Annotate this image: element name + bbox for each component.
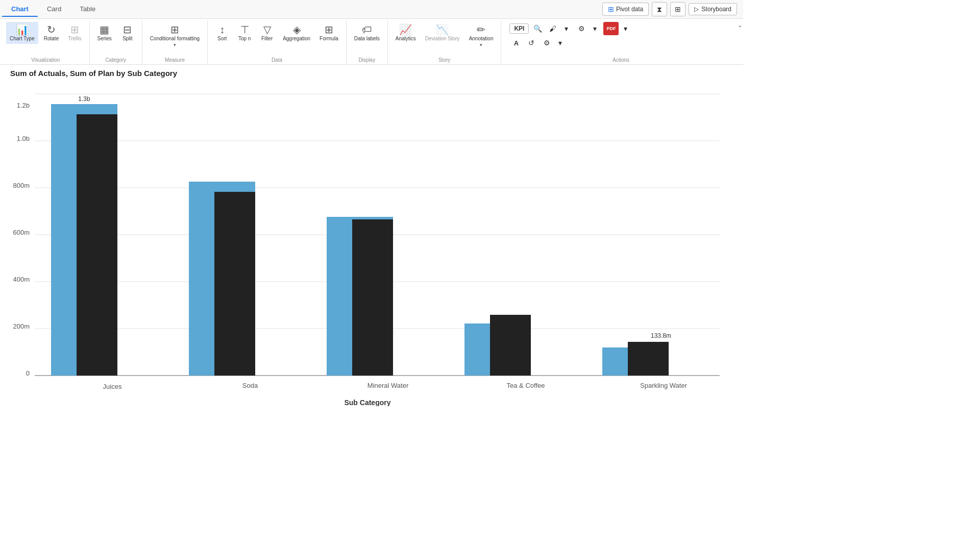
analytics-button[interactable]: 📈 Analytics — [392, 22, 420, 44]
cog-dropdown[interactable]: ▾ — [553, 37, 567, 48]
rotate-icon: ↻ — [47, 24, 56, 35]
actions-label: Actions — [509, 56, 732, 64]
series-icon: ▦ — [100, 24, 109, 35]
storyboard-button[interactable]: ▷ Storyboard — [689, 3, 737, 15]
top-n-icon: ⊤ — [240, 24, 249, 35]
filter-icon: ⧗ — [657, 5, 662, 14]
paint-dropdown[interactable]: ▾ — [559, 23, 573, 34]
paint-button[interactable]: 🖌 — [546, 23, 559, 34]
split-button[interactable]: ⊟ Split — [117, 22, 138, 44]
filter-button[interactable]: ▽ Filter — [257, 22, 277, 44]
paint-icon: 🖌 — [549, 24, 556, 33]
sort-button[interactable]: ↕ Sort — [212, 22, 232, 44]
display-group: 🏷 Data labels Display — [347, 21, 388, 64]
search-icon: 🔍 — [533, 24, 542, 33]
aggregation-label: Aggregation — [283, 36, 310, 41]
filter-ribbon-icon: ▽ — [263, 24, 271, 35]
water-plan-bar — [352, 219, 393, 376]
series-label: Series — [97, 36, 112, 41]
trellis-button[interactable]: ⊞ Trellis — [64, 22, 85, 44]
pdf-dropdown[interactable]: ▾ — [619, 23, 632, 34]
story-label: Story — [392, 56, 497, 64]
grid-icon: ⊞ — [675, 5, 681, 13]
chart-area: Sum of Actuals, Sum of Plan by Sub Categ… — [0, 65, 743, 410]
chart-container: 0 200m 400m 600m 800m 1.0b 1.2b — [10, 80, 733, 406]
conditional-formatting-icon: ⊞ — [170, 24, 179, 35]
tea-plan-bar — [490, 315, 531, 376]
category-group: ▦ Series ⊟ Split Category — [90, 21, 142, 64]
settings-icon: ⚙ — [578, 24, 585, 33]
pivot-data-button[interactable]: ⊞ Pivot data — [602, 3, 649, 16]
water-x-label: Mineral Water — [368, 382, 409, 389]
y-label-400m: 400m — [13, 276, 30, 283]
juices-plan-bar — [77, 114, 117, 376]
pdf-dropdown-icon: ▾ — [624, 24, 627, 33]
visualization-label: Visualization — [6, 56, 85, 64]
annotation-button[interactable]: ✏ Annotation ▾ — [465, 22, 497, 50]
refresh-icon: ↺ — [528, 39, 534, 47]
split-label: Split — [122, 36, 132, 41]
aggregation-button[interactable]: ◈ Aggregation — [279, 22, 314, 44]
filter-icon-btn[interactable]: ⧗ — [652, 2, 667, 16]
pivot-label: Pivot data — [616, 6, 643, 13]
filter-label: Filter — [261, 36, 273, 41]
storyboard-icon: ▷ — [694, 6, 699, 13]
y-label-1b: 1.0b — [17, 135, 30, 142]
trellis-label: Trellis — [68, 36, 81, 41]
formula-button[interactable]: ⊞ Formula — [316, 22, 342, 44]
analytics-label: Analytics — [396, 36, 416, 41]
trellis-icon: ⊞ — [70, 24, 79, 35]
conditional-formatting-button[interactable]: ⊞ Conditional formatting ▾ — [146, 22, 203, 50]
soda-x-label: Soda — [242, 382, 258, 389]
juices-x-label: Juices — [103, 383, 122, 390]
actions-group: KPI 🔍 🖌 ▾ ⚙ ▾ — [501, 21, 737, 64]
data-labels-icon: 🏷 — [362, 24, 372, 35]
aggregation-icon: ◈ — [293, 24, 301, 35]
annotation-arrow: ▾ — [480, 42, 482, 47]
tab-card[interactable]: Card — [38, 2, 70, 17]
split-icon: ⊟ — [123, 24, 132, 35]
annotation-icon: ✏ — [477, 24, 485, 35]
deviation-icon: 📉 — [436, 24, 449, 35]
conditional-formatting-label: Conditional formatting — [150, 36, 200, 41]
measure-group: ⊞ Conditional formatting ▾ Measure — [142, 21, 208, 64]
search-button[interactable]: 🔍 — [531, 23, 544, 34]
top-n-button[interactable]: ⊤ Top n — [234, 22, 255, 44]
chart-type-button[interactable]: 📊 Chart Type — [6, 22, 38, 44]
cog-dropdown-icon: ▾ — [558, 39, 562, 47]
data-label: Data — [212, 56, 342, 64]
deviation-button[interactable]: 📉 Deviation Story — [422, 22, 463, 44]
juices-data-label: 1.3b — [78, 95, 90, 103]
annotation-label: Annotation — [469, 36, 494, 41]
tea-x-label: Tea & Coffee — [507, 382, 545, 389]
refresh-button[interactable]: ↺ — [525, 37, 538, 48]
rotate-button[interactable]: ↻ Rotate — [40, 22, 62, 44]
sparkling-data-label: 133.8m — [651, 332, 671, 339]
sort-icon: ↕ — [219, 24, 225, 35]
analytics-icon: 📈 — [399, 24, 412, 35]
data-group: ↕ Sort ⊤ Top n ▽ Filter ◈ Aggregation ⊞ … — [208, 21, 347, 64]
paint-dropdown-icon: ▾ — [565, 24, 568, 33]
y-label-0: 0 — [26, 369, 30, 377]
text-a-button[interactable]: A — [509, 37, 523, 48]
ribbon-expand-button[interactable]: ⌄ — [737, 21, 743, 64]
chart-type-icon: 📊 — [16, 24, 29, 35]
data-labels-button[interactable]: 🏷 Data labels — [351, 22, 383, 44]
settings-button[interactable]: ⚙ — [575, 23, 588, 34]
kpi-button[interactable]: KPI — [509, 23, 529, 34]
cog-button[interactable]: ⚙ — [540, 37, 553, 48]
settings-dropdown[interactable]: ▾ — [588, 23, 601, 34]
display-label: Display — [351, 56, 383, 64]
formula-label: Formula — [320, 36, 338, 41]
settings-dropdown-icon: ▾ — [593, 24, 597, 33]
sparkling-x-label: Sparkling Water — [640, 382, 688, 389]
formula-icon: ⊞ — [325, 24, 333, 35]
story-group: 📈 Analytics 📉 Deviation Story ✏ Annotati… — [388, 21, 502, 64]
pivot-icon: ⊞ — [608, 5, 614, 13]
grid-icon-btn[interactable]: ⊞ — [670, 2, 685, 16]
tab-chart[interactable]: Chart — [2, 2, 38, 17]
tab-table[interactable]: Table — [70, 2, 105, 17]
measure-label: Measure — [146, 56, 203, 64]
series-button[interactable]: ▦ Series — [94, 22, 115, 44]
pdf-button[interactable]: PDF — [603, 22, 619, 35]
